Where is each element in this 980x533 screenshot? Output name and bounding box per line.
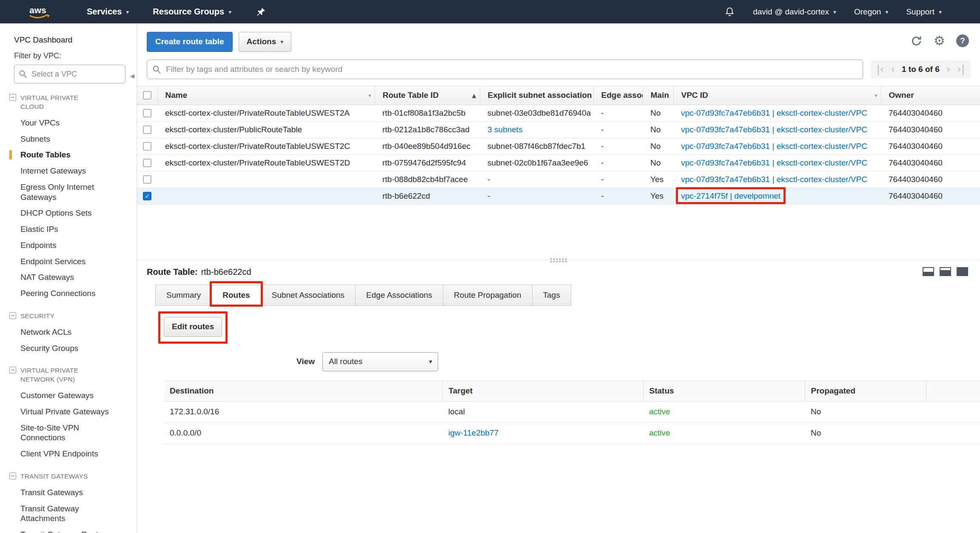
last-page-icon[interactable]: ›| [957, 64, 965, 74]
sidebar-item-your-vpcs[interactable]: Your VPCs [0, 115, 128, 131]
column-header-owner[interactable]: Owner [881, 86, 980, 105]
tab-route-propagation[interactable]: Route Propagation [443, 285, 532, 306]
user-menu[interactable]: david @ david-cortex ▾ [753, 7, 836, 17]
sidebar-item-transit-gateway-route-tables[interactable]: Transit Gateway Route Tables [0, 527, 128, 533]
sidebar-item-site-to-site-vpn-connections[interactable]: Site-to-Site VPN Connections [0, 420, 128, 446]
sidebar-item-endpoints[interactable]: Endpoints [0, 237, 128, 254]
cell-subnet-association: - [480, 188, 593, 204]
sidebar-item-egress-only-internet-gateways[interactable]: Egress Only Internet Gateways [0, 179, 128, 205]
pane-layout-full-icon[interactable] [957, 267, 968, 276]
row-checkbox[interactable] [143, 159, 151, 167]
sidebar-item-route-tables[interactable]: Route Tables [0, 147, 128, 163]
sidebar-item-client-vpn-endpoints[interactable]: Client VPN Endpoints [0, 446, 128, 462]
tab-summary[interactable]: Summary [155, 285, 212, 306]
gear-icon[interactable]: ⚙ [934, 34, 945, 47]
pane-layout-split-icon[interactable] [923, 267, 934, 276]
column-label: Route Table ID [383, 91, 439, 100]
sidebar-item-vpc-dashboard[interactable]: VPC Dashboard [0, 33, 137, 46]
sidebar-item-nat-gateways[interactable]: NAT Gateways [0, 269, 128, 285]
collapse-section-icon[interactable]: − [9, 367, 16, 373]
nav-services[interactable]: Services ▾ [87, 7, 129, 17]
row-checkbox[interactable] [143, 125, 151, 134]
row-checkbox[interactable] [143, 142, 151, 151]
edit-routes-button[interactable]: Edit routes [164, 317, 222, 337]
panel-resize-handle[interactable] [549, 257, 568, 263]
table-row[interactable]: rtb-088db82cb4bf7acee - - Yes vpc-07d93f… [137, 171, 980, 188]
nav-resource-groups[interactable]: Resource Groups ▾ [153, 7, 231, 17]
column-header-name[interactable]: Name▾ [157, 86, 375, 105]
route-propagated: No [805, 401, 926, 422]
column-header-route-table-id[interactable]: Route Table ID▲ [375, 86, 480, 105]
table-filter-input[interactable] [147, 60, 863, 79]
sidebar-item-customer-gateways[interactable]: Customer Gateways [0, 388, 128, 404]
sidebar-item-network-acls[interactable]: Network ACLs [0, 324, 128, 340]
column-header-vpc-id[interactable]: VPC ID▾ [673, 86, 881, 105]
vpc-link[interactable]: vpc-07d93fc7a47eb6b31 | eksctl-cortex-cl… [681, 158, 867, 167]
subnets-link[interactable]: 3 subnets [487, 125, 522, 134]
filter-row: |‹ ‹ 1 to 6 of 6 › ›| [147, 60, 971, 79]
icon-fill [940, 270, 950, 275]
cell-route-table-id: rtb-0759476d2f595fc94 [375, 154, 480, 171]
row-checkbox[interactable] [143, 109, 151, 117]
aws-logo[interactable]: aws [28, 4, 51, 20]
first-page-icon[interactable]: |‹ [877, 64, 884, 74]
prev-page-icon[interactable]: ‹ [891, 64, 895, 74]
route-status: active [643, 401, 805, 422]
view-select[interactable]: All routes ▾ [322, 352, 438, 371]
sidebar-item-transit-gateways[interactable]: Transit Gateways [0, 485, 128, 501]
vpc-select-input[interactable] [14, 65, 125, 83]
sidebar-item-internet-gateways[interactable]: Internet Gateways [0, 163, 128, 179]
sidebar-item-subnets[interactable]: Subnets [0, 131, 128, 147]
sidebar-item-elastic-ips[interactable]: Elastic IPs [0, 221, 128, 237]
cell-main: No [643, 154, 673, 171]
tab-tags[interactable]: Tags [532, 285, 571, 306]
next-page-icon[interactable]: › [946, 64, 951, 74]
table-row-selected[interactable]: ✓ rtb-b6e622cd - - Yes vpc-2714f75f | de… [137, 188, 980, 204]
column-header-main[interactable]: Main [643, 86, 673, 105]
table-row[interactable]: eksctl-cortex-cluster/PrivateRouteTableU… [137, 105, 980, 121]
sidebar-collapse-button[interactable]: ◀ [128, 66, 137, 86]
table-row[interactable]: eksctl-cortex-cluster/PrivateRouteTableU… [137, 154, 980, 171]
support-menu[interactable]: Support ▾ [906, 7, 942, 17]
sidebar-item-security-groups[interactable]: Security Groups [0, 340, 128, 356]
pin-shortcut-button[interactable] [256, 7, 266, 17]
utility-icons: ⚙ ? [910, 34, 969, 47]
refresh-button[interactable] [910, 35, 923, 47]
tab-routes[interactable]: Routes [211, 285, 261, 306]
sidebar-item-virtual-private-gateways[interactable]: Virtual Private Gateways [0, 404, 128, 420]
vpc-link[interactable]: vpc-07d93fc7a47eb6b31 | eksctl-cortex-cl… [681, 175, 867, 184]
row-checkbox-checked[interactable]: ✓ [143, 192, 151, 200]
collapse-section-icon[interactable]: − [9, 473, 16, 479]
routes-column-target: Target [442, 381, 643, 401]
vpc-link[interactable]: vpc-07d93fc7a47eb6b31 | eksctl-cortex-cl… [681, 142, 867, 151]
actions-button[interactable]: Actions ▾ [239, 32, 292, 52]
table-row[interactable]: eksctl-cortex-cluster/PublicRouteTable r… [137, 121, 980, 138]
vpc-link[interactable]: vpc-2714f75f | develpomnet [681, 191, 781, 200]
sidebar-item-transit-gateway-attachments[interactable]: Transit Gateway Attachments [0, 501, 128, 527]
collapse-section-icon[interactable]: − [9, 94, 16, 101]
vpc-link[interactable]: vpc-07d93fc7a47eb6b31 | eksctl-cortex-cl… [681, 108, 867, 117]
select-all-checkbox[interactable] [143, 91, 151, 100]
collapse-section-icon[interactable]: − [9, 312, 16, 319]
tab-subnet-associations[interactable]: Subnet Associations [261, 285, 356, 306]
region-menu[interactable]: Oregon ▾ [854, 7, 888, 17]
column-header-edge-associations[interactable]: Edge associations [593, 86, 643, 105]
tab-edge-associations[interactable]: Edge Associations [355, 285, 443, 306]
create-route-table-button[interactable]: Create route table [147, 32, 233, 52]
sidebar-item-endpoint-services[interactable]: Endpoint Services [0, 254, 128, 270]
pane-layout-expand-icon[interactable] [940, 267, 951, 276]
igw-link[interactable]: igw-11e2bb77 [448, 428, 499, 437]
table-row[interactable]: eksctl-cortex-cluster/PrivateRouteTableU… [137, 138, 980, 154]
row-checkbox[interactable] [143, 175, 151, 184]
help-icon[interactable]: ? [956, 34, 969, 47]
route-destination: 172.31.0.0/16 [164, 401, 442, 422]
sidebar-item-dhcp-options-sets[interactable]: DHCP Options Sets [0, 205, 128, 221]
vpc-link[interactable]: vpc-07d93fc7a47eb6b31 | eksctl-cortex-cl… [681, 125, 867, 134]
detail-title-value: rtb-b6e622cd [201, 267, 251, 276]
pane-layout-controls [923, 267, 968, 276]
cell-edge-associations: - [593, 188, 643, 204]
sidebar-item-peering-connections[interactable]: Peering Connections [0, 285, 128, 302]
notifications-button[interactable] [724, 6, 735, 17]
chevron-left-icon: ◀ [130, 73, 134, 79]
column-header-explicit-subnet-association[interactable]: Explicit subnet association [480, 86, 593, 105]
